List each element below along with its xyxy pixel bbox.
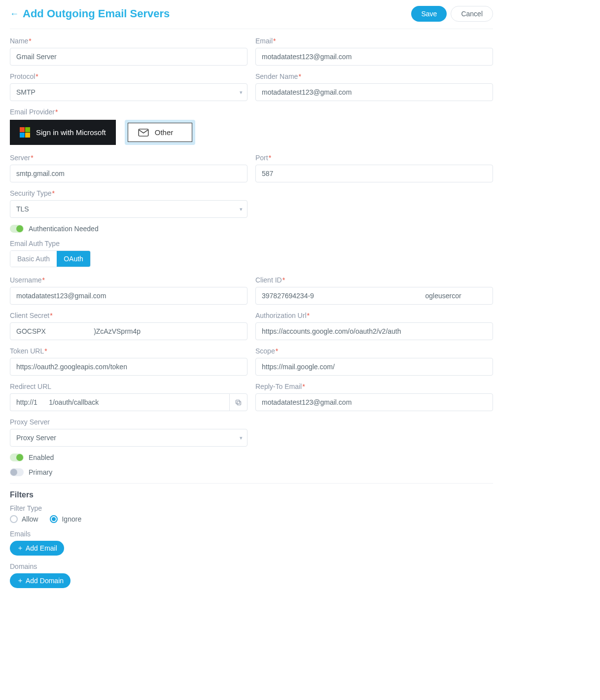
svg-rect-0	[139, 129, 148, 136]
allow-label: Allow	[22, 515, 38, 523]
server-label: Server*	[10, 154, 247, 162]
name-label: Name*	[10, 37, 247, 45]
redirect-url-label: Redirect URL	[10, 383, 247, 390]
ignore-label: Ignore	[62, 515, 81, 523]
svg-rect-1	[237, 401, 241, 405]
auth-type-segment: Basic Auth OAuth	[10, 250, 91, 267]
token-url-input[interactable]	[10, 358, 247, 376]
page-title: Add Outgoing Email Servers	[23, 7, 170, 20]
add-email-label: Add Email	[26, 544, 57, 552]
other-button-label: Other	[155, 128, 174, 137]
filter-type-label: Filter Type	[10, 504, 493, 512]
client-secret-input[interactable]	[10, 322, 247, 340]
page-header: ← Add Outgoing Email Servers Save Cancel	[10, 4, 493, 29]
client-id-label: Client ID*	[255, 276, 493, 284]
proxy-server-label: Proxy Server	[10, 418, 247, 426]
token-url-label: Token URL*	[10, 347, 247, 355]
username-label: Username*	[10, 276, 247, 284]
enabled-toggle[interactable]	[10, 454, 24, 461]
sender-name-input[interactable]	[255, 83, 493, 101]
add-domain-label: Add Domain	[26, 577, 64, 585]
plus-icon: ＋	[17, 576, 24, 585]
protocol-select[interactable]	[10, 83, 247, 101]
radio-icon	[10, 515, 18, 523]
security-type-select[interactable]	[10, 200, 247, 218]
port-label: Port*	[255, 154, 493, 162]
reply-to-email-label: Reply-To Email*	[255, 383, 493, 390]
email-auth-type-label: Email Auth Type	[10, 240, 493, 247]
enabled-label: Enabled	[29, 454, 54, 461]
emails-label: Emails	[10, 530, 493, 538]
primary-label: Primary	[29, 468, 52, 476]
scope-label: Scope*	[255, 347, 493, 355]
sign-in-microsoft-button[interactable]: Sign in with Microsoft	[10, 120, 116, 145]
auth-type-oauth-button[interactable]: OAuth	[57, 251, 90, 267]
email-label: Email*	[255, 37, 493, 45]
plus-icon: ＋	[17, 544, 24, 553]
port-input[interactable]	[255, 165, 493, 182]
email-provider-label: Email Provider*	[10, 108, 493, 116]
add-domain-button[interactable]: ＋Add Domain	[10, 573, 71, 588]
authorization-url-input[interactable]	[255, 322, 493, 340]
name-input[interactable]	[10, 48, 247, 66]
username-input[interactable]	[10, 287, 247, 305]
svg-rect-2	[236, 400, 240, 404]
proxy-server-select[interactable]	[10, 429, 247, 447]
reply-to-email-input[interactable]	[255, 393, 493, 411]
auth-needed-label: Authentication Needed	[29, 225, 99, 233]
security-type-label: Security Type*	[10, 189, 247, 197]
microsoft-logo-icon	[20, 127, 30, 138]
protocol-label: Protocol*	[10, 72, 247, 80]
domains-label: Domains	[10, 562, 493, 570]
redirect-url-input[interactable]	[10, 393, 229, 411]
client-secret-label: Client Secret*	[10, 312, 247, 319]
provider-other-button[interactable]: Other	[128, 123, 193, 142]
auth-needed-toggle[interactable]	[10, 225, 24, 233]
client-id-input[interactable]	[255, 287, 493, 305]
divider	[10, 483, 493, 484]
radio-icon	[50, 515, 58, 523]
filter-ignore-radio[interactable]: Ignore	[50, 515, 81, 523]
ms-button-label: Sign in with Microsoft	[36, 128, 106, 137]
primary-toggle[interactable]	[10, 468, 24, 476]
save-button[interactable]: Save	[411, 6, 447, 22]
email-input[interactable]	[255, 48, 493, 66]
sender-name-label: Sender Name*	[255, 72, 493, 80]
add-email-button[interactable]: ＋Add Email	[10, 541, 64, 556]
filters-heading: Filters	[10, 490, 493, 499]
filter-allow-radio[interactable]: Allow	[10, 515, 38, 523]
copy-redirect-url-button[interactable]	[229, 393, 247, 411]
server-input[interactable]	[10, 165, 247, 182]
scope-input[interactable]	[255, 358, 493, 376]
back-arrow-icon[interactable]: ←	[10, 9, 19, 19]
copy-icon	[235, 399, 242, 406]
authorization-url-label: Authorization Url*	[255, 312, 493, 319]
auth-type-basic-button[interactable]: Basic Auth	[10, 251, 57, 267]
cancel-button[interactable]: Cancel	[451, 6, 493, 22]
mail-icon	[138, 129, 149, 137]
